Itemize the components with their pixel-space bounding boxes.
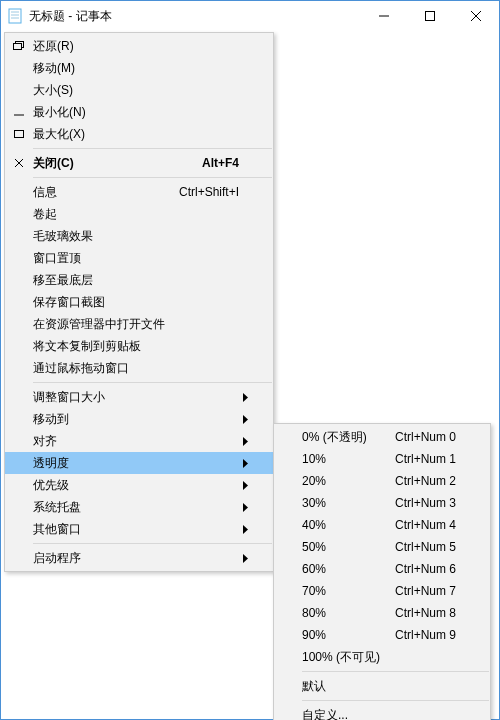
menu-item-label: 窗口置顶 [33, 250, 227, 267]
menu-item-label: 将文本复制到剪贴板 [33, 338, 227, 355]
close-button[interactable] [453, 1, 499, 31]
menu-item[interactable]: 最小化(N) [5, 101, 273, 123]
menu-item-shortcut: Ctrl+Num 6 [383, 562, 456, 576]
menu-item[interactable]: 100% (不可见) [274, 646, 490, 668]
menu-separator [33, 148, 272, 149]
menu-item-label: 70% [302, 584, 383, 598]
menu-item-label: 优先级 [33, 477, 227, 494]
menu-item[interactable]: 移动(M) [5, 57, 273, 79]
svg-rect-9 [14, 44, 22, 50]
menu-item-label: 保存窗口截图 [33, 294, 227, 311]
menu-separator [33, 543, 272, 544]
menu-item[interactable]: 在资源管理器中打开文件 [5, 313, 273, 335]
menu-separator [302, 671, 489, 672]
menu-separator [33, 177, 272, 178]
menu-item[interactable]: 保存窗口截图 [5, 291, 273, 313]
menu-item-shortcut: Ctrl+Shift+I [167, 185, 239, 199]
submenu-arrow-icon [239, 415, 253, 424]
menu-item[interactable]: 大小(S) [5, 79, 273, 101]
menu-item-label: 10% [302, 452, 383, 466]
menu-separator [302, 700, 489, 701]
menu-item[interactable]: 30%Ctrl+Num 3 [274, 492, 490, 514]
menu-item[interactable]: 移动到 [5, 408, 273, 430]
menu-item[interactable]: 10%Ctrl+Num 1 [274, 448, 490, 470]
menu-separator [33, 382, 272, 383]
notepad-icon [7, 8, 23, 24]
menu-item-label: 最小化(N) [33, 104, 227, 121]
svg-rect-5 [426, 12, 435, 21]
maximize-button[interactable] [407, 1, 453, 31]
menu-item-label: 移动到 [33, 411, 227, 428]
menu-item-label: 100% (不可见) [302, 649, 444, 666]
menu-item-label: 通过鼠标拖动窗口 [33, 360, 227, 377]
menu-item[interactable]: 调整窗口大小 [5, 386, 273, 408]
menu-item[interactable]: 自定义... [274, 704, 490, 720]
menu-item[interactable]: 通过鼠标拖动窗口 [5, 357, 273, 379]
menu-item-label: 对齐 [33, 433, 227, 450]
menu-item[interactable]: 默认 [274, 675, 490, 697]
menu-item[interactable]: 70%Ctrl+Num 7 [274, 580, 490, 602]
minimize-button[interactable] [361, 1, 407, 31]
menu-item[interactable]: 移至最底层 [5, 269, 273, 291]
menu-item-label: 信息 [33, 184, 167, 201]
menu-item-label: 关闭(C) [33, 155, 190, 172]
submenu-arrow-icon [239, 437, 253, 446]
submenu-arrow-icon [239, 503, 253, 512]
menu-item-label: 90% [302, 628, 383, 642]
window-controls [361, 1, 499, 31]
submenu-arrow-icon [239, 481, 253, 490]
menu-item-label: 启动程序 [33, 550, 227, 567]
menu-item-shortcut: Ctrl+Num 3 [383, 496, 456, 510]
title-left: 无标题 - 记事本 [1, 8, 112, 25]
menu-item[interactable]: 系统托盘 [5, 496, 273, 518]
titlebar[interactable]: 无标题 - 记事本 [1, 1, 499, 31]
notepad-window: 无标题 - 记事本 qinghezhan.com 还原(R)移动(M)大小(S)… [0, 0, 500, 720]
menu-item[interactable]: 透明度 [5, 452, 273, 474]
menu-item[interactable]: 80%Ctrl+Num 8 [274, 602, 490, 624]
menu-item[interactable]: 信息Ctrl+Shift+I [5, 181, 273, 203]
menu-item-shortcut: Ctrl+Num 5 [383, 540, 456, 554]
menu-item[interactable]: 将文本复制到剪贴板 [5, 335, 273, 357]
system-context-menu: 还原(R)移动(M)大小(S)最小化(N)最大化(X)关闭(C)Alt+F4信息… [4, 32, 274, 572]
menu-item[interactable]: 优先级 [5, 474, 273, 496]
menu-item[interactable]: 还原(R) [5, 35, 273, 57]
menu-item[interactable]: 关闭(C)Alt+F4 [5, 152, 273, 174]
menu-item[interactable]: 卷起 [5, 203, 273, 225]
menu-item-label: 在资源管理器中打开文件 [33, 316, 227, 333]
menu-item[interactable]: 90%Ctrl+Num 9 [274, 624, 490, 646]
menu-item-shortcut: Ctrl+Num 4 [383, 518, 456, 532]
menu-item-shortcut: Ctrl+Num 0 [383, 430, 456, 444]
menu-item-label: 80% [302, 606, 383, 620]
menu-item-label: 移动(M) [33, 60, 227, 77]
menu-item-shortcut: Ctrl+Num 2 [383, 474, 456, 488]
menu-item[interactable]: 20%Ctrl+Num 2 [274, 470, 490, 492]
maximize-icon [5, 129, 33, 139]
menu-item[interactable]: 毛玻璃效果 [5, 225, 273, 247]
submenu-arrow-icon [239, 554, 253, 563]
menu-item-label: 40% [302, 518, 383, 532]
menu-item-label: 50% [302, 540, 383, 554]
menu-item-label: 还原(R) [33, 38, 227, 55]
menu-item-label: 30% [302, 496, 383, 510]
svg-rect-11 [15, 131, 24, 138]
menu-item-shortcut: Alt+F4 [190, 156, 239, 170]
menu-item-label: 大小(S) [33, 82, 227, 99]
menu-item[interactable]: 窗口置顶 [5, 247, 273, 269]
menu-item[interactable]: 40%Ctrl+Num 4 [274, 514, 490, 536]
menu-item-label: 其他窗口 [33, 521, 227, 538]
restore-icon [5, 41, 33, 51]
menu-item-label: 卷起 [33, 206, 227, 223]
menu-item-shortcut: Ctrl+Num 8 [383, 606, 456, 620]
menu-item[interactable]: 其他窗口 [5, 518, 273, 540]
menu-item[interactable]: 启动程序 [5, 547, 273, 569]
menu-item[interactable]: 50%Ctrl+Num 5 [274, 536, 490, 558]
transparency-submenu: 0% (不透明)Ctrl+Num 010%Ctrl+Num 120%Ctrl+N… [273, 423, 491, 720]
menu-item[interactable]: 最大化(X) [5, 123, 273, 145]
menu-item[interactable]: 对齐 [5, 430, 273, 452]
menu-item[interactable]: 0% (不透明)Ctrl+Num 0 [274, 426, 490, 448]
menu-item-label: 0% (不透明) [302, 429, 383, 446]
menu-item-shortcut: Ctrl+Num 7 [383, 584, 456, 598]
submenu-arrow-icon [239, 525, 253, 534]
menu-item-label: 20% [302, 474, 383, 488]
menu-item[interactable]: 60%Ctrl+Num 6 [274, 558, 490, 580]
